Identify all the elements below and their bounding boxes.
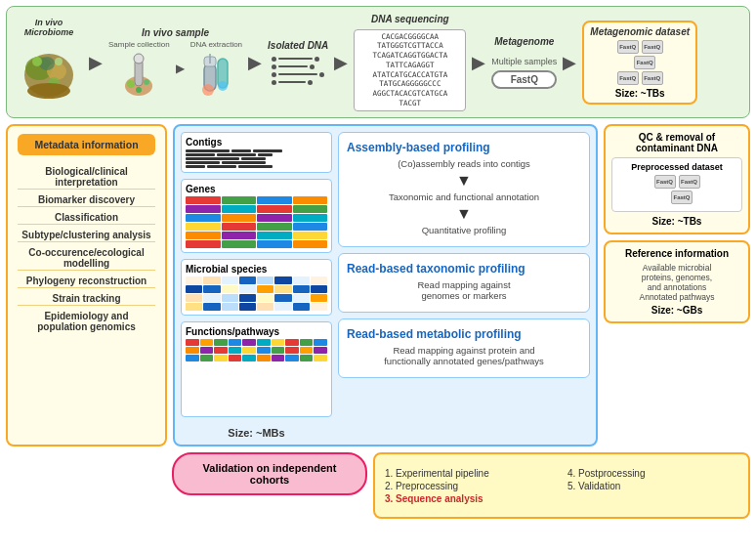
read-meta-profiling-box: Read-based metabolic profiling Read mapp… [338, 318, 590, 378]
right-panel: QC & removal of contaminant DNA Preproce… [604, 124, 750, 446]
arrow-2: ▶ [176, 62, 185, 75]
fastq-row-1: FastQ FastQ [617, 40, 663, 54]
multiple-samples-label: Multiple samples [491, 57, 557, 66]
reference-title: Reference information [611, 248, 742, 259]
assembly-desc-2: Taxonomic and functional annotation [347, 191, 581, 202]
steps-box: 1. Experimental pipeline 4. Postprocessi… [373, 452, 750, 519]
validation-label: Validation on independent cohorts [189, 462, 350, 486]
center-panel: Contigs [173, 124, 598, 446]
reference-desc: Available microbial proteins, genomes, a… [611, 263, 742, 302]
svg-point-19 [218, 81, 228, 91]
pre-fastq-doc-3: FastQ [671, 191, 693, 204]
preprocessed-fastq-stack: FastQ FastQ FastQ [616, 175, 737, 204]
species-label: Microbial species [186, 264, 327, 275]
left-panel: Metadata information Biological/clinical… [6, 124, 167, 446]
fastq-row-3: FastQ FastQ [617, 71, 663, 85]
validation-box: Validation on independent cohorts [172, 452, 367, 495]
contig-row-2 [186, 153, 327, 156]
dna-extraction-label: DNA extraction [190, 40, 242, 49]
read-meta-desc: Read mapping against protein and functio… [347, 345, 581, 366]
metadata-box: Metadata information [18, 134, 155, 155]
sample-steps: Sample collection ▶ DNA extraction [108, 40, 242, 98]
arrow-1: ▶ [89, 52, 103, 73]
fastq-row-2: FastQ [624, 56, 655, 69]
fastq-doc-5: FastQ [642, 71, 663, 85]
isolated-dna-step: Isolated DNA [268, 40, 328, 85]
dna-strand-2 [272, 64, 324, 69]
invivo-sample-label: In vivo sample [142, 27, 209, 38]
svg-point-7 [27, 83, 70, 99]
contig-row-5 [186, 165, 327, 168]
step-4: 4. Postprocessing [567, 468, 738, 479]
gene-bars [186, 196, 327, 248]
fastq-doc-1: FastQ [617, 40, 639, 54]
arrow-6: ▶ [563, 52, 576, 73]
qc-title: QC & removal of contaminant DNA [611, 132, 742, 153]
fastq-badge: FastQ [491, 70, 557, 89]
metagenomic-dataset-label: Metagenomic dataset [590, 26, 690, 37]
bottom-section: Validation on independent cohorts 1. Exp… [6, 452, 750, 519]
microbiome-image [15, 39, 83, 107]
pre-fastq-row-1: FastQ FastQ [654, 175, 700, 189]
left-item-5: Co-occurence/ecologicalmodelling [18, 246, 155, 271]
genes-box: Genes [181, 179, 332, 253]
sample-collection-step: Sample collection [108, 40, 170, 98]
pre-fastq-row-2: FastQ [671, 191, 693, 204]
step-3: 3. Sequence analysis [385, 493, 556, 504]
left-item-4: Subtype/clustering analysis [18, 229, 155, 242]
preprocessed-title: Preprocessed dataset [616, 162, 737, 172]
metagenomic-dataset-box: Metagenomic dataset FastQ FastQ FastQ Fa… [582, 21, 697, 105]
dataset-size-label: Size: ~TBs [590, 88, 690, 99]
top-section: In vivo Microbiome [6, 6, 750, 118]
read-tax-desc: Read mapping against genomes or markers [347, 279, 581, 301]
dna-sequencing-step: DNA sequencing CACGACGGGGCAA TATGGGTCGTT… [354, 14, 466, 111]
reference-box: Reference information Available microbia… [604, 240, 750, 323]
metagenome-label: Metagenome [494, 36, 554, 47]
svg-point-12 [144, 79, 149, 85]
isolated-dna-label: Isolated DNA [268, 40, 328, 51]
svg-point-18 [202, 84, 214, 96]
contigs-label: Contigs [186, 137, 327, 148]
fastq-doc-2: FastQ [642, 40, 663, 54]
preprocessed-box: Preprocessed dataset FastQ FastQ FastQ [611, 157, 742, 212]
svg-point-5 [55, 58, 63, 65]
main-container: In vivo Microbiome [0, 0, 756, 552]
pre-fastq-doc-1: FastQ [654, 175, 676, 189]
size-mbs-label: Size: ~MBs [181, 427, 332, 439]
invivo-label: In vivo Microbiome [24, 18, 74, 37]
step-1: 1. Experimental pipeline [385, 468, 556, 479]
left-item-6: Phylogeny reconstruction [18, 275, 155, 288]
arrow-3: ▶ [248, 52, 262, 73]
dna-sequence-display: CACGACGGGGCAA TATGGGTCGTTACCA TCAGATCAGG… [354, 29, 466, 111]
assembly-desc-1: (Co)assembly reads into contigs [347, 158, 581, 169]
preprocessed-size-label: Size: ~TBs [611, 216, 742, 227]
fastq-doc-4: FastQ [617, 71, 639, 85]
functions-heatmap [186, 339, 327, 361]
metagenome-step: Metagenome Multiple samples FastQ [491, 36, 557, 89]
reference-size-label: Size: ~GBs [611, 305, 742, 316]
dna-strand-3 [272, 72, 324, 77]
invivo-sample-col: In vivo sample Sample collection ▶ [108, 27, 242, 98]
fastq-doc-3: FastQ [634, 56, 655, 69]
step-5: 5. Validation [567, 481, 738, 491]
left-item-1: Biological/clinicalinterpretation [18, 165, 155, 190]
down-arrow-1: ▼ [347, 172, 581, 190]
arrow-5: ▶ [472, 52, 485, 73]
functions-label: Functions/pathways [186, 326, 327, 337]
left-item-7: Strain tracking [18, 292, 155, 306]
read-tax-profiling-box: Read-based taxonomic profiling Read mapp… [338, 253, 590, 313]
svg-point-10 [134, 54, 144, 64]
fastq-stack: FastQ FastQ FastQ FastQ FastQ [590, 40, 690, 85]
middle-section: Metadata information Biological/clinical… [6, 124, 750, 446]
dna-strand-1 [272, 57, 324, 62]
contig-lines [186, 149, 327, 168]
assembly-title: Assembly-based profiling [347, 141, 581, 154]
qc-box: QC & removal of contaminant DNA Preproce… [604, 124, 750, 234]
functions-box: Functions/pathways [181, 321, 332, 417]
dna-strands [272, 57, 324, 85]
assembly-desc-3: Quantitative profiling [347, 225, 581, 235]
svg-point-4 [32, 57, 42, 66]
contig-row-3 [186, 157, 327, 160]
down-arrow-2: ▼ [347, 205, 581, 223]
dna-strand-4 [272, 80, 324, 85]
